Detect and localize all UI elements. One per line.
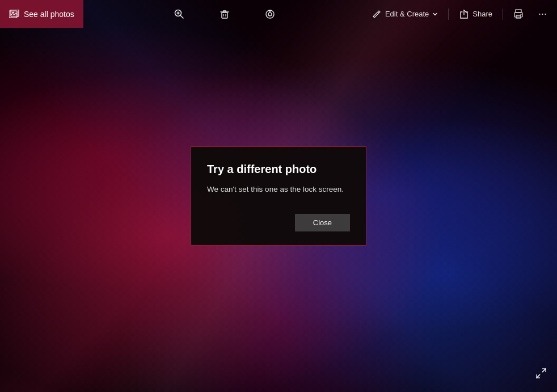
- error-dialog: Try a different photo We can't set this …: [191, 146, 366, 245]
- dialog-overlay: Try a different photo We can't set this …: [0, 0, 557, 392]
- close-button[interactable]: Close: [295, 214, 350, 231]
- dialog-footer: Close: [207, 214, 350, 231]
- dialog-message: We can't set this one as the lock screen…: [207, 184, 350, 195]
- dialog-title: Try a different photo: [207, 163, 350, 176]
